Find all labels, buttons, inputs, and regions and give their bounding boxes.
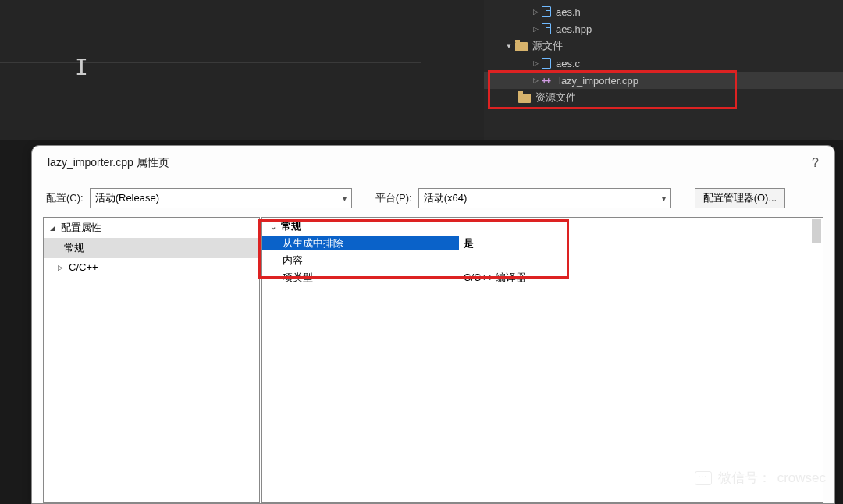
config-manager-button[interactable]: 配置管理器(O)... (695, 188, 786, 208)
platform-value: 活动(x64) (424, 191, 468, 205)
tree-item-file[interactable]: aes.h (484, 3, 843, 20)
config-label: 配置(C): (46, 191, 84, 205)
tree-item-label: aes.h (556, 6, 581, 18)
text-cursor-icon: I (75, 55, 88, 80)
grid-group-header[interactable]: ⌄ 常规 (262, 218, 823, 235)
dialog-titlebar: lazy_importer.cpp 属性页 ? (32, 146, 834, 180)
grid-row-selected[interactable]: 从生成中排除 是 (262, 235, 823, 252)
grid-prop-value[interactable]: 是 (459, 236, 823, 250)
tree-folder-label: 源文件 (532, 39, 563, 53)
config-manager-label: 配置管理器(O)... (703, 191, 777, 205)
scrollbar[interactable] (812, 219, 821, 243)
tree-node-label: 常规 (64, 241, 84, 255)
tree-root[interactable]: ◢ 配置属性 (44, 218, 259, 238)
editor-area: I (0, 0, 484, 140)
chevron-down-icon: ▾ (657, 194, 670, 203)
expand-icon[interactable] (531, 8, 540, 16)
grid-prop-name: 项类型 (262, 271, 459, 285)
chevron-down-icon[interactable]: ⌄ (270, 222, 276, 231)
tree-item-file[interactable]: aes.c (484, 55, 843, 72)
hpp-file-icon (542, 23, 551, 34)
grid-row[interactable]: 项类型 C/C++ 编译器 (262, 269, 823, 286)
tree-node-label: C/C++ (69, 261, 98, 273)
expand-icon[interactable] (531, 25, 540, 33)
tree-node-cpp[interactable]: ▷ C/C++ (44, 258, 259, 276)
tree-item-selected[interactable]: ++ lazy_importer.cpp (484, 72, 843, 89)
grid-group-label: 常规 (281, 219, 301, 233)
tree-item-label: aes.c (556, 58, 580, 69)
tree-folder-resources[interactable]: 资源文件 (484, 89, 843, 106)
watermark-id: crowsec (777, 470, 826, 486)
grid-prop-name: 内容 (262, 254, 459, 268)
tree-folder-sources[interactable]: 源文件 (484, 37, 843, 55)
help-button[interactable]: ? (812, 156, 819, 170)
grid-row[interactable]: 内容 (262, 252, 823, 269)
h-file-icon (542, 6, 551, 17)
folder-icon (515, 42, 528, 51)
expand-icon[interactable] (531, 76, 540, 84)
tree-folder-label: 资源文件 (535, 91, 576, 105)
cpp-file-icon: ++ (542, 76, 554, 85)
config-dropdown[interactable]: 活动(Release) ▾ (90, 188, 352, 208)
dialog-body: ◢ 配置属性 常规 ▷ C/C++ ⌄ 常规 从生成中排除 是 内容 (32, 216, 834, 503)
property-pages-dialog: lazy_importer.cpp 属性页 ? 配置(C): 活动(Releas… (31, 145, 835, 504)
collapse-icon[interactable]: ◢ (50, 224, 58, 232)
tree-item-label: lazy_importer.cpp (559, 75, 638, 87)
solution-explorer[interactable]: aes.h aes.hpp 源文件 aes.c ++ lazy_importer… (484, 0, 843, 140)
platform-dropdown[interactable]: 活动(x64) ▾ (418, 188, 671, 208)
chevron-down-icon: ▾ (338, 194, 351, 203)
watermark-label: 微信号： (718, 469, 771, 487)
dialog-title: lazy_importer.cpp 属性页 (48, 156, 169, 170)
tree-item-file[interactable]: aes.hpp (484, 20, 843, 37)
expand-icon[interactable] (531, 59, 540, 67)
wechat-icon (695, 471, 712, 485)
expand-icon[interactable]: ▷ (58, 264, 66, 272)
property-grid[interactable]: ⌄ 常规 从生成中排除 是 内容 项类型 C/C++ 编译器 (261, 217, 823, 503)
tree-node-general[interactable]: 常规 (44, 238, 259, 258)
c-file-icon (542, 58, 551, 69)
config-toolbar: 配置(C): 活动(Release) ▾ 平台(P): 活动(x64) ▾ 配置… (32, 180, 834, 216)
tree-item-label: aes.hpp (556, 23, 592, 35)
config-value: 活动(Release) (95, 191, 159, 205)
platform-label: 平台(P): (375, 191, 412, 205)
editor-divider (0, 62, 422, 63)
grid-prop-name: 从生成中排除 (262, 236, 459, 250)
category-tree[interactable]: ◢ 配置属性 常规 ▷ C/C++ (43, 217, 260, 503)
folder-icon (518, 94, 531, 103)
collapse-icon[interactable] (504, 42, 514, 50)
watermark: 微信号： crowsec (695, 469, 826, 487)
grid-prop-value[interactable]: C/C++ 编译器 (459, 271, 823, 285)
tree-root-label: 配置属性 (61, 221, 101, 235)
